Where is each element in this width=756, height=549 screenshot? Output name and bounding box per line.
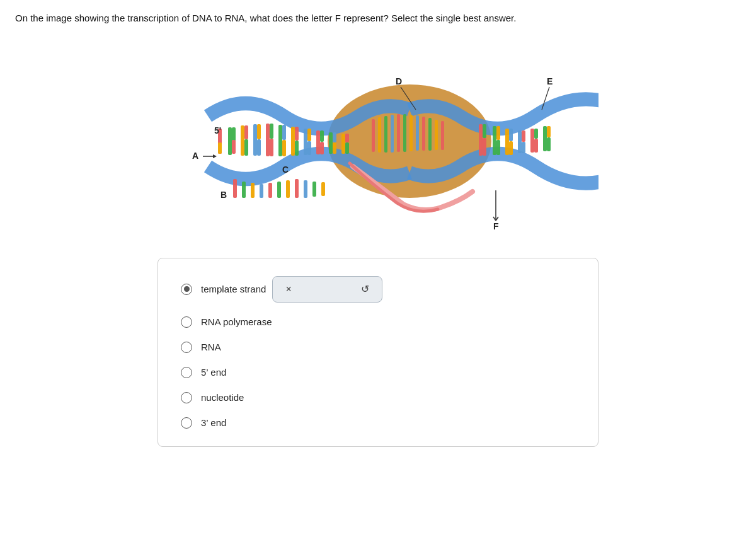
label-B: B: [220, 190, 227, 200]
svg-rect-44: [435, 120, 438, 150]
option-label-three-prime-end: 3’ end: [201, 417, 226, 428]
svg-rect-19: [291, 127, 295, 156]
answer-bubble: × ↺: [272, 276, 382, 303]
svg-rect-65: [242, 182, 246, 198]
svg-rect-7: [241, 125, 244, 156]
option-label-nucleotide: nucleotide: [201, 392, 244, 403]
bubble-x-button[interactable]: ×: [285, 284, 291, 295]
label-D: D: [396, 76, 402, 86]
svg-rect-74: [321, 182, 325, 196]
radio-rna[interactable]: [181, 342, 192, 353]
label-A: A: [192, 151, 198, 161]
svg-rect-56: [522, 130, 525, 142]
svg-rect-38: [397, 114, 400, 152]
svg-rect-47: [483, 124, 486, 138]
svg-rect-22: [304, 129, 307, 155]
radio-five-prime-end[interactable]: [181, 367, 192, 378]
svg-rect-64: [233, 179, 237, 198]
svg-rect-67: [260, 184, 263, 198]
svg-rect-10: [253, 124, 257, 156]
svg-rect-66: [251, 183, 255, 198]
svg-rect-33: [345, 142, 349, 154]
svg-rect-59: [534, 129, 538, 139]
svg-rect-28: [329, 132, 333, 154]
svg-rect-13: [266, 124, 270, 156]
svg-rect-30: [333, 142, 336, 154]
svg-rect-25: [316, 130, 320, 154]
svg-rect-57: [522, 142, 525, 153]
option-rna[interactable]: RNA: [181, 342, 575, 353]
svg-rect-12: [257, 139, 261, 156]
svg-rect-17: [282, 125, 286, 140]
svg-rect-73: [312, 182, 316, 197]
svg-rect-29: [333, 132, 336, 142]
svg-rect-70: [286, 180, 290, 198]
svg-rect-53: [509, 129, 513, 141]
svg-rect-48: [483, 138, 486, 156]
label-C: C: [282, 165, 289, 175]
diagram-area: 5' A B C D E F: [158, 37, 598, 239]
svg-rect-42: [422, 117, 425, 151]
svg-rect-60: [534, 139, 538, 153]
option-label-five-prime-end: 5’ end: [201, 367, 226, 378]
svg-rect-6: [232, 140, 236, 154]
svg-rect-61: [543, 126, 547, 151]
svg-rect-71: [295, 179, 299, 198]
bubble-undo-button[interactable]: ↺: [361, 283, 369, 295]
svg-rect-46: [479, 124, 483, 156]
radio-rna-polymerase[interactable]: [181, 316, 192, 328]
svg-rect-24: [307, 141, 311, 155]
answer-box: template strand × ↺ RNA polymerase RNA 5…: [158, 258, 598, 447]
svg-rect-34: [372, 119, 375, 152]
question-text: On the image showing the transcription o…: [15, 11, 741, 26]
svg-rect-32: [345, 134, 349, 142]
svg-rect-41: [416, 115, 419, 151]
svg-rect-35: [378, 117, 381, 153]
option-rna-polymerase[interactable]: RNA polymerase: [181, 316, 575, 328]
svg-rect-52: [505, 129, 509, 155]
option-five-prime-end[interactable]: 5’ end: [181, 367, 575, 378]
svg-rect-20: [295, 127, 299, 141]
svg-rect-63: [547, 137, 551, 151]
svg-rect-62: [547, 126, 551, 137]
svg-rect-15: [270, 139, 273, 156]
svg-rect-72: [304, 180, 307, 198]
svg-rect-31: [341, 134, 345, 154]
svg-rect-16: [278, 125, 282, 156]
svg-rect-18: [282, 140, 286, 156]
option-label-template-strand: template strand: [201, 284, 266, 294]
radio-nucleotide[interactable]: [181, 392, 192, 403]
svg-rect-45: [441, 121, 444, 150]
svg-rect-69: [277, 182, 281, 198]
option-nucleotide[interactable]: nucleotide: [181, 392, 575, 403]
svg-rect-14: [270, 124, 273, 139]
option-label-rna-polymerase: RNA polymerase: [201, 316, 272, 327]
option-three-prime-end[interactable]: 3’ end: [181, 417, 575, 429]
svg-rect-55: [518, 130, 522, 153]
option-label-rna: RNA: [201, 342, 221, 352]
svg-rect-27: [320, 142, 324, 154]
svg-rect-11: [257, 124, 261, 139]
svg-rect-58: [530, 129, 534, 153]
label-F: F: [493, 221, 499, 231]
svg-rect-4: [228, 127, 232, 155]
svg-rect-8: [244, 125, 248, 139]
svg-rect-21: [295, 141, 299, 156]
radio-three-prime-end[interactable]: [181, 417, 192, 429]
option-template-strand[interactable]: template strand × ↺: [181, 276, 575, 303]
svg-rect-43: [428, 118, 432, 151]
svg-rect-9: [244, 139, 248, 156]
svg-rect-36: [384, 116, 387, 153]
svg-rect-37: [391, 115, 394, 153]
svg-rect-3: [218, 142, 222, 154]
svg-rect-68: [268, 183, 272, 198]
svg-rect-5: [232, 127, 236, 141]
svg-rect-51: [496, 140, 500, 155]
svg-rect-39: [403, 114, 406, 152]
radio-template-strand[interactable]: [181, 284, 192, 295]
svg-rect-50: [496, 126, 500, 140]
svg-rect-23: [307, 129, 311, 141]
label-5prime: 5': [214, 125, 221, 136]
svg-marker-79: [213, 154, 217, 158]
label-E: E: [547, 76, 553, 86]
